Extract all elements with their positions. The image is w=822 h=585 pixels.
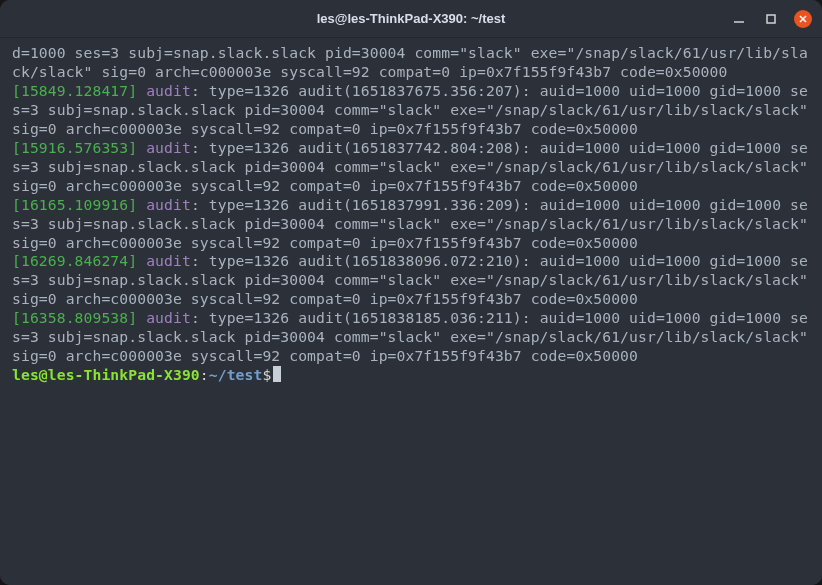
- prompt-line[interactable]: les@les-ThinkPad-X390:~/test$: [12, 366, 810, 385]
- log-entry: [16358.809538] audit: type=1326 audit(16…: [12, 309, 810, 366]
- terminal-output[interactable]: d=1000 ses=3 subj=snap.slack.slack pid=3…: [0, 38, 822, 585]
- log-tag: audit: [146, 309, 191, 326]
- titlebar[interactable]: les@les-ThinkPad-X390: ~/test: [0, 0, 822, 38]
- log-timestamp: [16269.846274]: [12, 252, 137, 269]
- log-tag: audit: [146, 252, 191, 269]
- prompt-dollar: $: [262, 366, 271, 383]
- log-entry: [16269.846274] audit: type=1326 audit(16…: [12, 252, 810, 309]
- log-tag: audit: [146, 139, 191, 156]
- prompt-colon: :: [200, 366, 209, 383]
- log-timestamp: [16165.109916]: [12, 196, 137, 213]
- window-title: les@les-ThinkPad-X390: ~/test: [317, 11, 506, 26]
- minimize-button[interactable]: [730, 10, 748, 28]
- log-entry: [16165.109916] audit: type=1326 audit(16…: [12, 196, 810, 253]
- terminal-window: les@les-ThinkPad-X390: ~/test d=1000 ses…: [0, 0, 822, 585]
- prompt-path: ~/test: [209, 366, 263, 383]
- prompt-userhost: les@les-ThinkPad-X390: [12, 366, 200, 383]
- log-timestamp: [15849.128417]: [12, 82, 137, 99]
- log-timestamp: [15916.576353]: [12, 139, 137, 156]
- svg-rect-1: [767, 15, 775, 23]
- log-line-partial: d=1000 ses=3 subj=snap.slack.slack pid=3…: [12, 44, 810, 82]
- log-timestamp: [16358.809538]: [12, 309, 137, 326]
- log-tag: audit: [146, 196, 191, 213]
- cursor-icon: [273, 366, 281, 382]
- window-controls: [730, 0, 812, 38]
- log-entry: [15916.576353] audit: type=1326 audit(16…: [12, 139, 810, 196]
- log-tag: audit: [146, 82, 191, 99]
- close-button[interactable]: [794, 10, 812, 28]
- log-entry: [15849.128417] audit: type=1326 audit(16…: [12, 82, 810, 139]
- maximize-button[interactable]: [762, 10, 780, 28]
